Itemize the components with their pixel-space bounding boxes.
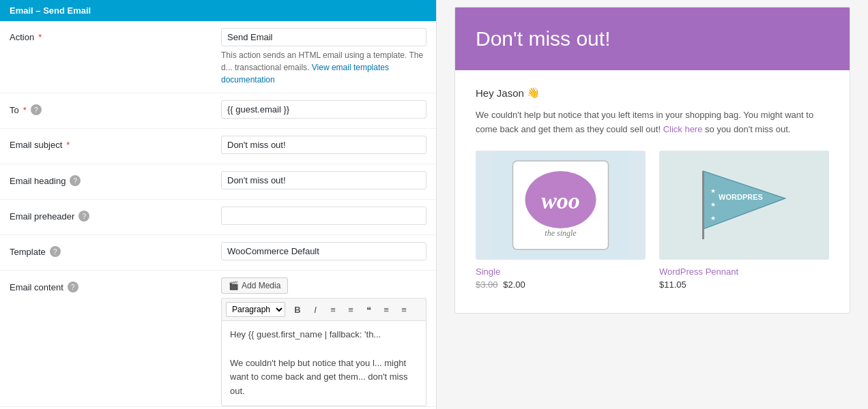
action-row: Action * This action sends an HTML email… — [0, 21, 436, 93]
form-body: Action * This action sends an HTML email… — [0, 21, 436, 409]
product-name-2[interactable]: WordPress Pennant — [659, 267, 829, 277]
product-card-1: woo the single Single $3.00 $2.00 — [476, 151, 646, 290]
heading-info-icon[interactable]: ? — [70, 175, 81, 186]
editor-content[interactable]: Hey {{ guest.first_name | fallback: 'th.… — [221, 320, 426, 406]
subject-row: Email subject * — [0, 129, 436, 164]
template-label: Template ? — [10, 242, 221, 257]
product-name-1[interactable]: Single — [476, 267, 646, 277]
template-input[interactable] — [221, 242, 426, 260]
action-description: This action sends an HTML email using a … — [221, 49, 426, 86]
to-input[interactable] — [221, 100, 426, 119]
heading-field — [221, 171, 426, 190]
svg-text:woo: woo — [541, 188, 580, 213]
email-preview-body: Hey Jason 👋 We couldn't help but notice … — [455, 70, 850, 313]
click-here-link[interactable]: Click here — [663, 124, 703, 134]
add-media-button[interactable]: 🎬 Add Media — [221, 277, 288, 294]
heading-row: Email heading ? — [0, 164, 436, 200]
products-grid: woo the single Single $3.00 $2.00 — [476, 151, 829, 290]
subject-label: Email subject * — [10, 136, 221, 150]
product-price-1: $3.00 $2.00 — [476, 279, 646, 290]
email-body-text: We couldn't help but notice that you lef… — [476, 108, 829, 137]
add-media-icon: 🎬 — [229, 281, 239, 290]
email-preview-title: Don't miss out! — [476, 27, 829, 51]
svg-text:WORDPRES: WORDPRES — [719, 193, 763, 201]
product-card-2: WORDPRES ★ ★ ★ WordPress Pennant $11.05 — [659, 151, 829, 290]
action-input[interactable] — [221, 28, 426, 46]
italic-button[interactable]: I — [307, 301, 323, 318]
content-field: 🎬 Add Media Paragraph B I ≡ ≡ ❝ ≡ ≡ Hey — [221, 277, 426, 406]
content-line-1: Hey {{ guest.first_name | fallback: 'th.… — [230, 328, 418, 342]
page-title: Email – Send Email — [10, 5, 91, 16]
action-label: Action * — [10, 28, 221, 42]
preheader-field — [221, 207, 426, 225]
required-marker: * — [38, 32, 42, 42]
to-info-icon[interactable]: ? — [31, 104, 42, 115]
editor-toolbar: Paragraph B I ≡ ≡ ❝ ≡ ≡ — [221, 298, 426, 320]
paragraph-select[interactable]: Paragraph — [226, 302, 285, 317]
product-image-2: WORDPRES ★ ★ ★ — [659, 151, 829, 260]
svg-text:the single: the single — [545, 228, 577, 238]
content-label: Email content ? — [10, 277, 221, 292]
align-center-button[interactable]: ≡ — [378, 301, 394, 318]
subject-input[interactable] — [221, 136, 426, 154]
product-regular-price-2: $11.05 — [659, 279, 686, 290]
heading-label: Email heading ? — [10, 171, 221, 186]
svg-text:★: ★ — [710, 201, 716, 208]
greeting-emoji: 👋 — [527, 87, 540, 99]
template-info-icon[interactable]: ? — [50, 246, 61, 257]
template-field — [221, 242, 426, 260]
required-marker-subject: * — [66, 140, 70, 150]
to-row: To * ? — [0, 93, 436, 129]
product-price-2: $11.05 — [659, 279, 829, 290]
template-row: Template ? — [0, 235, 436, 271]
preheader-info-icon[interactable]: ? — [78, 211, 89, 222]
preheader-row: Email preheader ? — [0, 200, 436, 235]
product-image-1: woo the single — [476, 151, 646, 260]
preheader-input[interactable] — [221, 207, 426, 225]
product-original-price-1: $3.00 — [476, 279, 498, 290]
svg-text:★: ★ — [710, 187, 716, 194]
bold-button[interactable]: B — [289, 301, 306, 318]
content-row: Email content ? 🎬 Add Media Paragraph B … — [0, 271, 436, 407]
to-label: To * ? — [10, 100, 221, 115]
email-greeting: Hey Jason 👋 — [476, 87, 829, 99]
blockquote-button[interactable]: ❝ — [360, 301, 377, 318]
left-panel: Email – Send Email Action * This action … — [0, 0, 437, 409]
product-sale-price-1: $2.00 — [503, 279, 525, 290]
ol-button[interactable]: ≡ — [343, 301, 359, 318]
page-header: Email – Send Email — [0, 0, 436, 21]
email-preview-header: Don't miss out! — [455, 7, 850, 70]
svg-text:★: ★ — [710, 215, 716, 222]
content-line-2: We couldn't help but notice that you l..… — [230, 357, 418, 399]
greeting-text: Hey Jason — [476, 87, 524, 99]
preheader-label: Email preheader ? — [10, 207, 221, 222]
subject-field — [221, 136, 426, 154]
action-field: This action sends an HTML email using a … — [221, 28, 426, 86]
to-field — [221, 100, 426, 119]
align-right-button[interactable]: ≡ — [396, 301, 412, 318]
email-preview: Don't miss out! Hey Jason 👋 We couldn't … — [454, 7, 850, 314]
content-info-icon[interactable]: ? — [68, 282, 78, 292]
heading-input[interactable] — [221, 171, 426, 190]
right-panel: Don't miss out! Hey Jason 👋 We couldn't … — [437, 0, 868, 409]
required-marker-to: * — [23, 105, 27, 115]
ul-button[interactable]: ≡ — [325, 301, 341, 318]
